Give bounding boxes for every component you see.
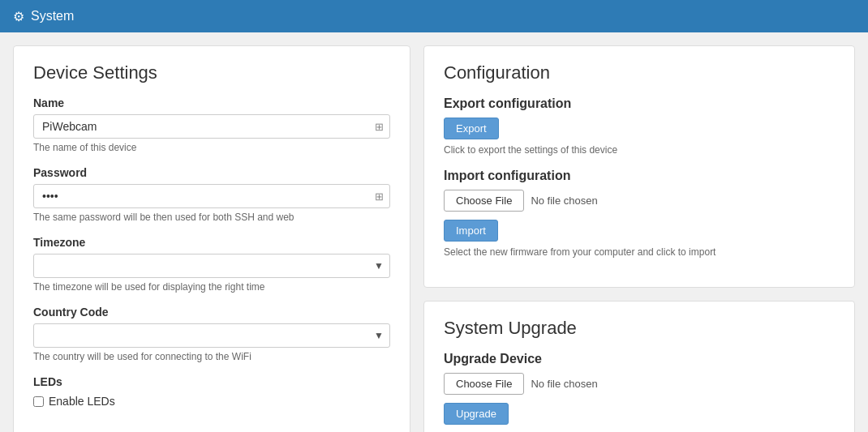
timezone-select-wrapper: ▼ — [33, 254, 390, 278]
system-upgrade-card: System Upgrade Upgrade Device Choose Fil… — [423, 301, 855, 432]
country-code-label: Country Code — [33, 306, 390, 319]
upgrade-button[interactable]: Upgrade — [444, 403, 509, 425]
upgrade-file-row: Choose File No file chosen — [444, 373, 835, 395]
export-config-group: Export configuration Export Click to exp… — [444, 96, 835, 156]
password-field-group: Password ⊞ The same password will be the… — [33, 166, 390, 223]
import-hint: Select the new firmware from your comput… — [444, 246, 835, 258]
upgrade-no-file-text: No file chosen — [531, 378, 597, 390]
configuration-card: Configuration Export configuration Expor… — [423, 45, 855, 288]
topbar: ⚙ System — [0, 0, 868, 32]
name-input-icon[interactable]: ⊞ — [375, 121, 384, 133]
enable-leds-row: Enable LEDs — [33, 395, 390, 408]
import-config-group: Import configuration Choose File No file… — [444, 169, 835, 258]
export-hint: Click to export the settings of this dev… — [444, 144, 835, 156]
country-select-wrapper: ▼ — [33, 323, 390, 348]
country-code-hint: The country will be used for connecting … — [33, 351, 390, 362]
timezone-label: Timezone — [33, 236, 390, 249]
timezone-hint: The timezone will be used for displaying… — [33, 281, 390, 293]
leds-label: LEDs — [33, 375, 390, 388]
password-input-icon[interactable]: ⊞ — [375, 190, 384, 203]
right-column: Configuration Export configuration Expor… — [423, 45, 855, 432]
export-section-title: Export configuration — [444, 96, 835, 111]
country-code-field-group: Country Code ▼ The country will be used … — [33, 306, 390, 362]
topbar-title: System — [31, 9, 74, 24]
import-section-title: Import configuration — [444, 169, 835, 183]
timezone-field-group: Timezone ▼ The timezone will be used for… — [33, 236, 390, 293]
name-label: Name — [33, 96, 390, 109]
enable-leds-checkbox[interactable] — [33, 396, 44, 407]
import-file-row: Choose File No file chosen — [444, 190, 835, 212]
name-input[interactable] — [33, 114, 390, 139]
device-settings-card: Device Settings Name ⊞ The name of this … — [13, 45, 410, 432]
import-button[interactable]: Import — [444, 220, 498, 242]
country-code-select[interactable] — [33, 323, 390, 348]
upgrade-choose-file-button[interactable]: Choose File — [444, 373, 524, 395]
leds-field-group: LEDs Enable LEDs — [33, 375, 390, 408]
name-input-wrapper: ⊞ — [33, 114, 390, 139]
timezone-select[interactable] — [33, 254, 390, 278]
password-input-wrapper: ⊞ — [33, 184, 390, 208]
system-icon: ⚙ — [13, 9, 24, 24]
import-choose-file-button[interactable]: Choose File — [444, 190, 524, 212]
name-field-group: Name ⊞ The name of this device — [33, 96, 390, 153]
password-hint: The same password will be then used for … — [33, 212, 390, 223]
import-no-file-text: No file chosen — [531, 195, 597, 207]
page-content: Device Settings Name ⊞ The name of this … — [0, 32, 868, 432]
upgrade-device-label: Upgrade Device — [444, 352, 835, 366]
upgrade-device-group: Upgrade Device Choose File No file chose… — [444, 352, 835, 425]
name-hint: The name of this device — [33, 142, 390, 153]
device-settings-title: Device Settings — [33, 62, 390, 83]
password-input[interactable] — [33, 184, 390, 208]
system-upgrade-title: System Upgrade — [444, 318, 835, 339]
configuration-title: Configuration — [444, 62, 835, 83]
enable-leds-label: Enable LEDs — [49, 395, 115, 408]
password-label: Password — [33, 166, 390, 179]
export-button[interactable]: Export — [444, 118, 499, 139]
